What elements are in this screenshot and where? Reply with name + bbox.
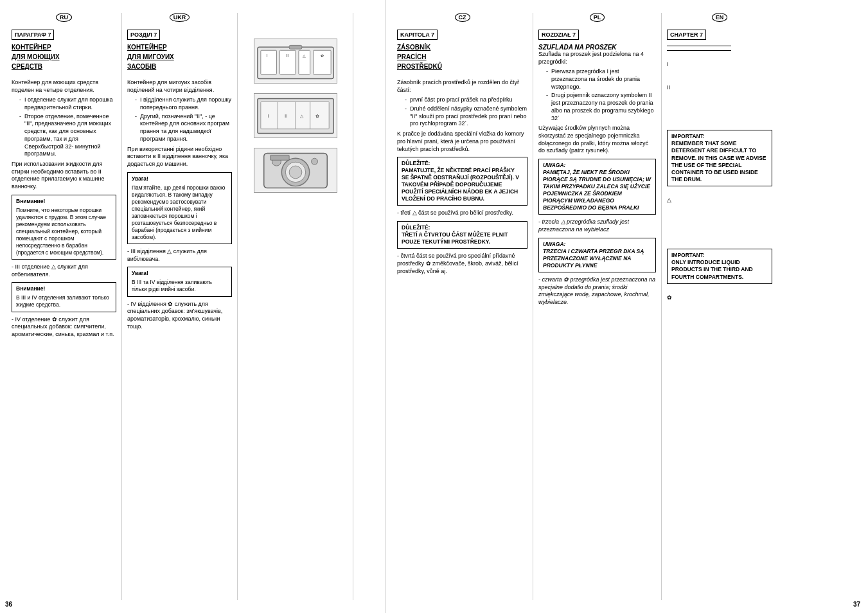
ukr-warning-2-title: Увага!	[132, 270, 227, 277]
ru-warning-2-text: В III и IV отделения заливают только жид…	[16, 294, 112, 308]
ukr-section-label: РОЗДІЛ 7	[127, 30, 160, 40]
en-tri-symbol: △	[667, 197, 772, 204]
svg-point-22	[289, 166, 302, 179]
pl-heading-2: PROSZEK	[585, 44, 616, 51]
en-section-label: CHAPTER 7	[667, 30, 706, 40]
list-item: Drugi pojemnik oznaczony symbolem II jes…	[546, 92, 656, 122]
pl-important-2-title: UWAGA:	[543, 241, 651, 248]
svg-text:I: I	[266, 53, 267, 58]
pl-important-1-title: UWAGA:	[543, 162, 651, 169]
ru-warning-1: Внимание! Помните, что некоторые порошки…	[12, 195, 116, 260]
pl-intro: Szuflada na proszek jest podzielona na 4…	[538, 51, 656, 66]
column-ukr: UKR РОЗДІЛ 7 КОНТЕЙНЕР ДЛЯ МИГОУИХ ЗАСОБ…	[122, 13, 238, 600]
cz-important-1: DŮLEŽITÉ: PAMATUJTE, ŽE NĚKTERÉ PRACÍ PR…	[397, 157, 527, 206]
svg-rect-1	[260, 50, 276, 74]
list-item: Другий, позначений "II", - це контейнер …	[135, 113, 232, 143]
ukr-list: I відділення служить для порошку поперед…	[135, 96, 232, 143]
pl-heading-1: SZUFLADA NA	[538, 44, 584, 51]
svg-text:II: II	[286, 53, 288, 58]
list-item: Второе отделение, помеченное "II", предн…	[19, 113, 116, 158]
ru-heading-2: ДЛЯ МОЮЩИХ	[12, 53, 116, 60]
pl-important-1: UWAGA: PAMIĘTAJ, ŻE NIEKT RE ŚRODKI PIOR…	[538, 159, 656, 215]
pl-important-2-text: TRZECIA I CZWARTA PRZEGR DKA SĄ PRZEZNAC…	[543, 248, 651, 269]
drawer-image-3	[254, 148, 337, 193]
svg-rect-9	[289, 45, 302, 49]
ukr-item-iii: - III відділення △ служить для вибілювач…	[127, 248, 232, 263]
ukr-warning-1-text: Пам'ятайте, що деякі порошки важко видал…	[132, 184, 227, 241]
ru-heading-3: СРЕДСТВ	[12, 63, 116, 70]
pl-list: Pierwsza przegródka I jest przeznaczona …	[546, 68, 656, 122]
pl-important-2: UWAGA: TRZECIA I CZWARTA PRZEGR DKA SĄ P…	[538, 238, 656, 272]
column-pl: PL ROZDZIAŁ 7 SZUFLADA NA PROSZEK Szufla…	[533, 13, 662, 600]
ukr-warning-1-title: Увага!	[132, 175, 227, 182]
page-spread: RU ПАРАГРАФ 7 КОНТЕЙНЕР ДЛЯ МОЮЩИХ СРЕДС…	[0, 0, 868, 613]
drawer-image-2: I II △ ✿	[254, 93, 337, 138]
cz-important-2-title: DŮLEŽITÉ:	[402, 224, 523, 231]
pl-badge: PL	[590, 13, 605, 22]
ukr-warning-2-text: В III та IV відділення заливають тільки …	[132, 279, 227, 293]
en-important-2-title: IMPORTANT:	[671, 252, 768, 259]
column-images: I II △ ✿ I II	[238, 13, 353, 600]
svg-text:✿: ✿	[320, 54, 323, 58]
en-divider-2	[667, 50, 731, 51]
en-important-1: IMPORTANT: REMEMBER THAT SOME DETERGENT …	[667, 130, 772, 186]
cz-item-iii: - třetí △ část se používá pro bělicí pro…	[397, 209, 527, 217]
ru-heading-1: КОНТЕЙНЕР	[12, 44, 116, 51]
ru-warning-2-title: Внимание!	[16, 285, 112, 292]
en-roman-i: I	[667, 61, 669, 67]
svg-text:△: △	[303, 54, 306, 58]
cz-section-label: KAPITOLA 7	[397, 30, 438, 40]
cz-heading-2: PRACÍCH	[397, 53, 527, 60]
svg-point-24	[311, 158, 317, 164]
pl-important-1-text: PAMIĘTAJ, ŻE NIEKT RE ŚRODKI PIORĄCE SĄ …	[543, 169, 651, 211]
list-item: Druhé oddělení násypky označené symbolem…	[405, 105, 527, 128]
column-cz: CZ KAPITOLA 7 ZÁSOBNÍK PRACÍCH PROSTŘEDK…	[392, 13, 533, 600]
en-roman-ii: II	[667, 84, 670, 91]
cz-heading-3: PROSTŘEDKŮ	[397, 63, 527, 70]
cz-liquid-note: K pračce je dodávána speciální vložka do…	[397, 130, 527, 153]
ru-warning-1-text: Помните, что некоторые порошки удаляются…	[16, 207, 112, 256]
cz-badge: CZ	[455, 13, 470, 22]
ru-item-iii: - III отделение △ служит для отбеливател…	[12, 263, 116, 278]
pl-item-iii: - trzecia △ przegródka szuflady jest prz…	[538, 218, 656, 233]
ru-intro: Контейнер для моющих средств поделен на …	[12, 79, 116, 94]
left-page: RU ПАРАГРАФ 7 КОНТЕЙНЕР ДЛЯ МОЮЩИХ СРЕДС…	[0, 0, 385, 613]
cz-important-1-title: DŮLEŽITÉ:	[402, 160, 523, 167]
ukr-warning-1: Увага! Пам'ятайте, що деякі порошки важк…	[127, 172, 232, 244]
en-important-1-text: REMEMBER THAT SOME DETERGENT ARE DIFFICU…	[671, 140, 768, 182]
column-en: EN CHAPTER 7 I II IMPORTANT: REMEMBER TH…	[662, 13, 777, 600]
en-important-2: IMPORTANT: ONLY INTRODUCE LIQUID PRODUCT…	[667, 249, 772, 283]
en-divider-1	[667, 46, 731, 46]
en-snowflake-symbol: ✿	[667, 294, 772, 302]
ukr-heading-2: ДЛЯ МИГОУИХ	[127, 53, 232, 60]
cz-intro: Zásobník pracích prostředků je rozdělen …	[397, 79, 527, 94]
ukr-liquid-note: При використанні рідини необхідно встави…	[127, 146, 232, 168]
ru-list: I отделение служит для порошка предварит…	[19, 96, 116, 158]
ru-item-iv: - IV отделение ✿ служит для специальных …	[12, 316, 116, 339]
pl-section-label: ROZDZIAŁ 7	[538, 30, 579, 40]
ru-liquid-note: При использовании жидкости для стирки не…	[12, 161, 116, 191]
right-page: CZ KAPITOLA 7 ZÁSOBNÍK PRACÍCH PROSTŘEDK…	[385, 0, 868, 613]
en-important-2-text: ONLY INTRODUCE LIQUID PRODUCTS IN THE TH…	[671, 259, 768, 280]
en-important-1-title: IMPORTANT:	[671, 133, 768, 140]
svg-text:II: II	[285, 112, 287, 118]
ukr-heading-3: ЗАСОБІВ	[127, 63, 232, 70]
cz-list: první část pro prací prášek na předpírku…	[405, 96, 527, 128]
page-number-right: 37	[853, 601, 860, 608]
ukr-warning-2: Увага! В III та IV відділення заливають …	[127, 267, 232, 296]
ukr-badge: UKR	[170, 13, 190, 22]
pl-item-iv: - czwarta ✿ przegródka jest przeznaczona…	[538, 276, 656, 306]
ukr-intro: Контейнер для мигоуих засобів поділений …	[127, 79, 232, 94]
cz-item-iv: - čtvrtá část se používá pro speciální p…	[397, 253, 527, 275]
list-item: I отделение служит для порошка предварит…	[19, 96, 116, 111]
ukr-item-iv: - IV відділення ✿ служить для спеціальни…	[127, 301, 232, 331]
svg-text:I: I	[267, 112, 269, 118]
list-item: Pierwsza przegródka I jest przeznaczona …	[546, 68, 656, 91]
svg-rect-25	[270, 155, 289, 160]
pl-liquid-note: Używając środków płynnych można skorzyst…	[538, 125, 656, 155]
ru-warning-2: Внимание! В III и IV отделения заливают …	[12, 282, 116, 312]
cz-heading-1: ZÁSOBNÍK	[397, 44, 527, 51]
en-badge: EN	[712, 13, 728, 22]
list-item: první část pro prací prášek na předpírku	[405, 96, 527, 104]
column-ru: RU ПАРАГРАФ 7 КОНТЕЙНЕР ДЛЯ МОЮЩИХ СРЕДС…	[6, 13, 122, 600]
